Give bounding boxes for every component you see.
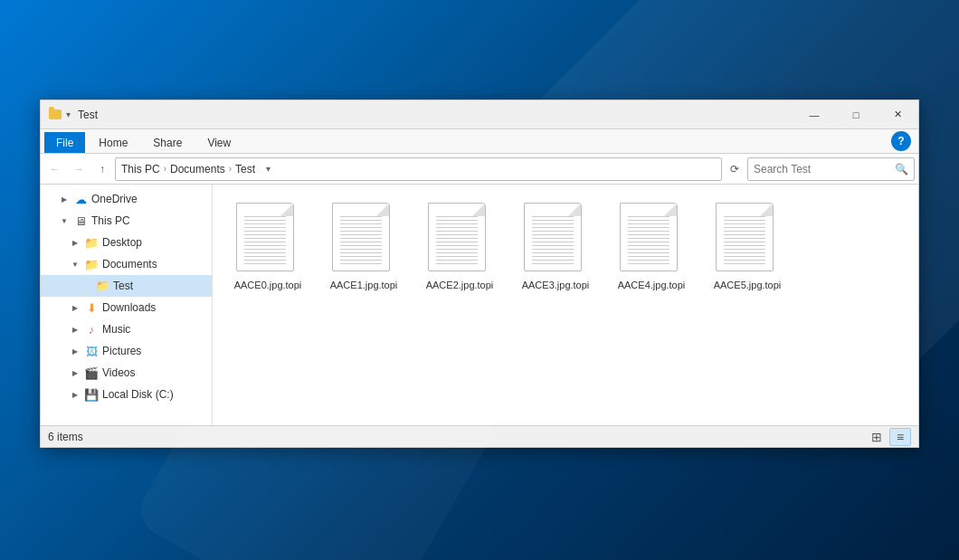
- title-bar-icons: ▾: [48, 108, 71, 122]
- path-sep-2: ›: [229, 164, 232, 174]
- sidebar-label-downloads: Downloads: [102, 301, 156, 314]
- tab-file[interactable]: File: [44, 132, 85, 153]
- title-bar: ▾ Test — □ ✕: [41, 100, 918, 129]
- maximize-button[interactable]: □: [835, 100, 877, 129]
- sidebar-item-pictures[interactable]: 🖼 Pictures: [41, 340, 212, 362]
- search-box[interactable]: 🔍: [747, 157, 915, 181]
- refresh-button[interactable]: ⟳: [724, 158, 745, 180]
- sidebar-label-thispc: This PC: [91, 214, 130, 227]
- ribbon: File Home Share View ?: [41, 129, 918, 154]
- path-documents[interactable]: Documents: [170, 163, 225, 176]
- documents-icon: 📁: [84, 257, 99, 271]
- title-bar-arrow[interactable]: ▾: [66, 109, 71, 119]
- path-test[interactable]: Test: [235, 163, 255, 176]
- status-bar: 6 items ⊞ ≡: [41, 425, 918, 447]
- file-area: AACE0.jpg.topi AACE1.jpg.topi AACE2.jpg.…: [213, 185, 918, 425]
- desktop-icon: 📁: [84, 235, 99, 250]
- list-view-button[interactable]: ≡: [889, 428, 911, 446]
- sidebar-item-videos[interactable]: 🎬 Videos: [41, 362, 212, 384]
- tab-share[interactable]: Share: [141, 132, 194, 153]
- address-bar: ← → ↑ This PC › Documents › Test ▾ ⟳ 🔍: [41, 154, 918, 185]
- sidebar-label-onedrive: OneDrive: [91, 193, 138, 205]
- address-chevron[interactable]: ▾: [259, 164, 277, 174]
- sidebar-item-localdisk[interactable]: 💾 Local Disk (C:): [41, 384, 212, 405]
- grid-view-button[interactable]: ⊞: [866, 428, 888, 446]
- sidebar-item-onedrive[interactable]: ☁ OneDrive: [41, 188, 212, 210]
- pictures-icon: 🖼: [84, 344, 99, 358]
- file-item-file2[interactable]: AACE2.jpg.topi: [419, 199, 500, 295]
- expand-onedrive[interactable]: [59, 194, 70, 204]
- videos-icon: 🎬: [84, 365, 99, 380]
- file-name: AACE3.jpg.topi: [522, 279, 590, 291]
- sidebar-item-desktop[interactable]: 📁 Desktop: [41, 232, 212, 253]
- downloads-icon: ⬇: [84, 300, 99, 315]
- sidebar-label-pictures: Pictures: [102, 345, 141, 357]
- item-count: 6 items: [48, 431, 83, 443]
- window-title: Test: [78, 109, 793, 121]
- sidebar-item-music[interactable]: ♪ Music: [41, 318, 212, 340]
- tab-home[interactable]: Home: [87, 132, 139, 153]
- file-name: AACE1.jpg.topi: [330, 279, 398, 291]
- sidebar-label-videos: Videos: [102, 366, 135, 379]
- expand-downloads[interactable]: [70, 302, 81, 313]
- path-sep-1: ›: [164, 164, 166, 174]
- file-item-file3[interactable]: AACE3.jpg.topi: [515, 199, 596, 295]
- expand-thispc[interactable]: [59, 215, 70, 226]
- file-item-file5[interactable]: AACE5.jpg.topi: [707, 199, 788, 295]
- file-name: AACE5.jpg.topi: [714, 279, 782, 291]
- file-icon: [236, 203, 299, 275]
- sidebar: ☁ OneDrive 🖥 This PC 📁 Desktop 📁 Documen…: [41, 185, 213, 425]
- expand-pictures[interactable]: [70, 346, 81, 356]
- tab-view[interactable]: View: [195, 132, 242, 153]
- file-name: AACE0.jpg.topi: [234, 279, 302, 291]
- search-icon[interactable]: 🔍: [895, 163, 908, 176]
- music-icon: ♪: [84, 322, 99, 337]
- sidebar-item-thispc[interactable]: 🖥 This PC: [41, 210, 212, 232]
- address-path[interactable]: This PC › Documents › Test ▾: [115, 157, 722, 181]
- up-button[interactable]: ↑: [91, 158, 113, 180]
- sidebar-label-test: Test: [113, 280, 133, 292]
- expand-localdisk[interactable]: [70, 389, 81, 400]
- test-folder-icon: 📁: [95, 279, 109, 293]
- back-button[interactable]: ←: [44, 158, 66, 180]
- path-thispc[interactable]: This PC: [121, 163, 160, 176]
- thispc-icon: 🖥: [73, 214, 88, 228]
- file-icon: [428, 203, 491, 275]
- close-button[interactable]: ✕: [877, 100, 918, 129]
- expand-documents[interactable]: [70, 259, 81, 270]
- file-item-file0[interactable]: AACE0.jpg.topi: [227, 199, 309, 295]
- file-name: AACE2.jpg.topi: [426, 279, 494, 291]
- search-input[interactable]: [754, 163, 891, 176]
- sidebar-label-desktop: Desktop: [102, 236, 142, 249]
- sidebar-label-localdisk: Local Disk (C:): [102, 388, 174, 401]
- sidebar-item-downloads[interactable]: ⬇ Downloads: [41, 297, 212, 318]
- sidebar-label-music: Music: [102, 323, 130, 336]
- explorer-window: ▾ Test — □ ✕ File Home Share View ? ← → …: [40, 100, 919, 448]
- file-icon: [716, 203, 779, 275]
- forward-button[interactable]: →: [68, 158, 90, 180]
- main-content: ☁ OneDrive 🖥 This PC 📁 Desktop 📁 Documen…: [41, 185, 918, 425]
- ribbon-tabs: File Home Share View ?: [41, 129, 918, 153]
- sidebar-label-documents: Documents: [102, 258, 157, 271]
- file-icon: [332, 203, 395, 275]
- onedrive-icon: ☁: [73, 192, 88, 206]
- sidebar-item-documents[interactable]: 📁 Documents: [41, 253, 212, 275]
- expand-music[interactable]: [70, 324, 81, 335]
- minimize-button[interactable]: —: [793, 100, 835, 129]
- window-controls: — □ ✕: [793, 100, 918, 129]
- sidebar-item-test[interactable]: 📁 Test: [41, 275, 212, 297]
- expand-desktop[interactable]: [70, 237, 81, 248]
- view-buttons: ⊞ ≡: [866, 428, 911, 446]
- file-item-file4[interactable]: AACE4.jpg.topi: [611, 199, 692, 295]
- file-item-file1[interactable]: AACE1.jpg.topi: [323, 199, 404, 295]
- file-icon: [620, 203, 683, 275]
- disk-icon: 💾: [84, 387, 99, 402]
- help-button[interactable]: ?: [891, 131, 911, 151]
- folder-icon-small: [48, 108, 62, 122]
- expand-videos[interactable]: [70, 367, 81, 378]
- file-icon: [524, 203, 587, 275]
- file-name: AACE4.jpg.topi: [618, 279, 686, 291]
